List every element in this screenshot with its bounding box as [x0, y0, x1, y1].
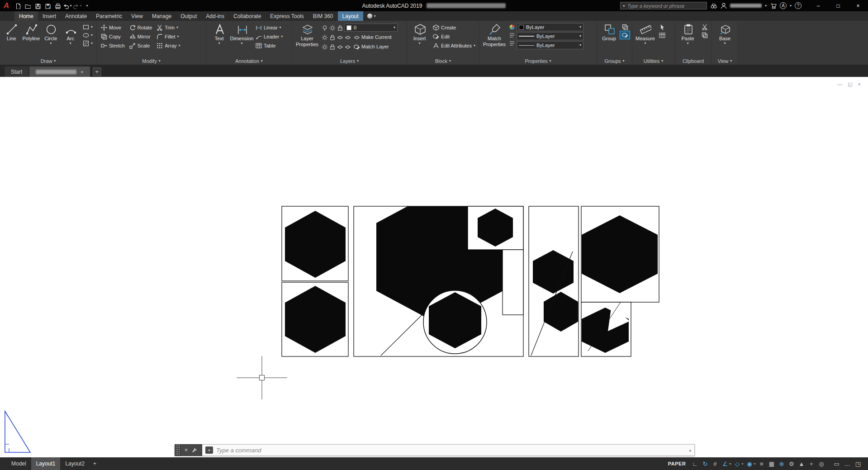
- tab-manage[interactable]: Manage: [147, 11, 176, 21]
- new-button[interactable]: [13, 1, 22, 10]
- lineweight-list-icon[interactable]: [508, 40, 515, 47]
- ribbon-display-caret-icon[interactable]: ▾: [374, 14, 376, 18]
- command-wrench-icon[interactable]: [192, 447, 198, 453]
- panel-clipboard-label[interactable]: Clipboard: [675, 57, 711, 65]
- circle-button[interactable]: Circle▾: [42, 22, 60, 57]
- application-menu-button[interactable]: A: [0, 0, 13, 11]
- edit-attributes-button[interactable]: Edit Attributes▾: [431, 41, 477, 50]
- layer-lock-icon[interactable]: [337, 24, 343, 31]
- signin-person-icon[interactable]: [720, 2, 727, 9]
- color-wheel-icon[interactable]: [508, 24, 515, 30]
- tab-annotate[interactable]: Annotate: [61, 11, 91, 21]
- share-caret-icon[interactable]: ▾: [790, 4, 792, 8]
- stretch-button[interactable]: Stretch: [99, 41, 126, 50]
- osnap-icon[interactable]: ◉: [745, 459, 754, 468]
- undo-button[interactable]: ▾: [62, 1, 72, 10]
- object-color-dropdown[interactable]: ByLayer ▾: [517, 23, 583, 31]
- grid-icon[interactable]: #: [710, 459, 720, 468]
- ucs-icon[interactable]: ∟: [690, 459, 700, 468]
- layout2-tab[interactable]: Layout2: [60, 457, 90, 470]
- array-caret-icon[interactable]: ▾: [179, 44, 180, 47]
- layer-properties-button[interactable]: Layer Properties: [294, 22, 320, 57]
- layer-dropdown-caret-icon[interactable]: ▾: [394, 26, 395, 29]
- text-button[interactable]: Text▾: [209, 22, 230, 57]
- layout1-tab[interactable]: Layout1: [31, 457, 61, 470]
- redo-caret-icon[interactable]: ▾: [80, 4, 81, 8]
- paper-model-toggle[interactable]: PAPER: [664, 461, 690, 466]
- group-button[interactable]: Group: [599, 22, 619, 57]
- isodraft-icon[interactable]: ◇: [732, 459, 742, 468]
- linear-caret-icon[interactable]: ▾: [280, 26, 281, 29]
- autodesk-share-icon[interactable]: A: [780, 2, 787, 9]
- tab-bim360[interactable]: BIM 360: [308, 11, 338, 21]
- copy-button[interactable]: Copy: [99, 32, 126, 41]
- tab-view[interactable]: View: [127, 11, 147, 21]
- ungroup-button[interactable]: [620, 23, 630, 31]
- leader-button[interactable]: Leader▾: [254, 32, 284, 41]
- layer-isolate-icon[interactable]: [329, 24, 335, 31]
- edit-block-button[interactable]: Edit: [431, 32, 477, 41]
- help-icon[interactable]: ?: [795, 2, 802, 9]
- help-search-field[interactable]: ▸ Type a keyword or phrase: [620, 2, 707, 9]
- layer-merge-icon[interactable]: [337, 43, 343, 50]
- osnap-caret-icon[interactable]: ▾: [754, 462, 755, 466]
- edit-attributes-caret-icon[interactable]: ▾: [474, 44, 475, 47]
- search-binoculars-icon[interactable]: [710, 2, 717, 9]
- hatch-button[interactable]: ▾: [81, 39, 94, 47]
- rectangle-button[interactable]: ▾: [81, 23, 94, 31]
- recent-commands-button[interactable]: ▾: [205, 446, 213, 454]
- fillet-caret-icon[interactable]: ▾: [177, 35, 179, 38]
- dimension-button[interactable]: Dimension▾: [231, 22, 252, 57]
- quick-calc-button[interactable]: [657, 31, 667, 39]
- clean-screen-icon[interactable]: ◳: [855, 459, 861, 468]
- group-edit-button[interactable]: [620, 31, 630, 39]
- tab-add-ins[interactable]: Add-ins: [201, 11, 229, 21]
- panel-layers-label[interactable]: Layers▾: [292, 57, 407, 65]
- text-caret-icon[interactable]: ▾: [218, 42, 220, 45]
- scale-button[interactable]: Scale: [128, 41, 153, 50]
- hatch-caret-icon[interactable]: ▾: [91, 42, 93, 45]
- drawing-canvas[interactable]: — ◱ × × ▾ Type a command ▴: [0, 77, 868, 457]
- maximize-button[interactable]: □: [828, 0, 848, 11]
- tab-output[interactable]: Output: [176, 11, 201, 21]
- save-as-button[interactable]: [43, 1, 52, 10]
- tab-home[interactable]: Home: [14, 11, 38, 21]
- ribbon-display-toggle-icon[interactable]: [367, 14, 372, 19]
- file-tab-drawing[interactable]: ×: [29, 66, 90, 77]
- trim-caret-icon[interactable]: ▾: [176, 26, 178, 29]
- layer-off-icon[interactable]: [321, 24, 327, 31]
- copy-clip-button[interactable]: [700, 31, 709, 39]
- base-caret-icon[interactable]: ▾: [724, 42, 726, 45]
- tab-parametric[interactable]: Parametric: [91, 11, 127, 21]
- move-button[interactable]: Move: [99, 23, 126, 32]
- isodraft-caret-icon[interactable]: ▾: [741, 462, 743, 466]
- new-layout-button[interactable]: +: [90, 461, 100, 467]
- open-button[interactable]: [23, 1, 32, 10]
- file-tab-start[interactable]: Start: [5, 66, 28, 77]
- dynamic-input-icon[interactable]: ⊕: [777, 459, 786, 468]
- panel-utilities-label[interactable]: Utilities▾: [632, 57, 674, 65]
- search-collapse-icon[interactable]: ▸: [623, 4, 625, 8]
- undo-caret-icon[interactable]: ▾: [70, 4, 71, 8]
- drawing-minimize-icon[interactable]: —: [837, 81, 842, 87]
- mirror-button[interactable]: Mirror: [128, 32, 153, 41]
- fillet-button[interactable]: Fillet▾: [155, 32, 181, 41]
- base-button[interactable]: Base▾: [714, 22, 735, 57]
- cut-button[interactable]: [700, 23, 709, 31]
- polar-tracking-icon[interactable]: ∠: [720, 459, 730, 468]
- transparency-icon[interactable]: ▦: [767, 459, 776, 468]
- layer-delete-icon[interactable]: [344, 43, 351, 50]
- layer-state-icon[interactable]: [337, 34, 343, 40]
- tab-layout[interactable]: Layout: [338, 11, 363, 21]
- feedback-icon[interactable]: …: [844, 459, 850, 468]
- minimize-button[interactable]: –: [808, 0, 828, 11]
- match-layer-button[interactable]: Match Layer: [352, 43, 390, 51]
- add-scales-icon[interactable]: +: [806, 459, 816, 468]
- arc-button[interactable]: Arc▾: [62, 22, 80, 57]
- lineweight-caret-icon[interactable]: ▾: [579, 43, 581, 47]
- create-block-button[interactable]: Create: [431, 23, 477, 32]
- linetype-dropdown[interactable]: ByLayer ▾: [517, 32, 583, 40]
- annotation-visibility-icon[interactable]: ▲: [797, 459, 806, 468]
- close-button[interactable]: ×: [848, 0, 868, 11]
- panel-view-label[interactable]: View▾: [712, 57, 738, 65]
